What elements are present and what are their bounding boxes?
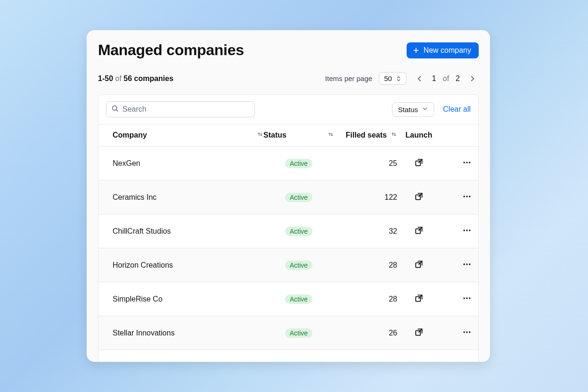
svg-point-11 [469, 196, 470, 197]
companies-table: Status Clear all Company Status [98, 94, 479, 362]
row-actions-button[interactable] [460, 224, 474, 238]
status-cell: Active [263, 159, 334, 168]
table-row: Horizon CreationsActive28 [98, 248, 478, 282]
actions-cell [441, 224, 479, 238]
external-link-icon [414, 294, 424, 304]
column-company[interactable]: Company [113, 131, 263, 139]
new-company-button[interactable]: New company [407, 42, 479, 58]
row-actions-button[interactable] [460, 258, 474, 272]
table-row: ChillCraft StudiosActive32 [98, 214, 478, 248]
actions-cell [441, 258, 479, 272]
main-panel: Managed companies New company 1-50 of 56… [87, 30, 490, 362]
column-filled-seats[interactable]: Filled seats [334, 131, 397, 139]
table-header: Company Status Filled seats Launch [98, 124, 478, 147]
row-actions-button[interactable] [460, 359, 474, 362]
row-actions-button[interactable] [460, 156, 474, 171]
search-icon [111, 105, 119, 114]
external-link-icon [414, 327, 424, 338]
svg-point-19 [469, 263, 470, 265]
svg-point-9 [464, 196, 465, 197]
svg-point-13 [464, 229, 465, 231]
filters-row: Status Clear all [98, 95, 478, 124]
actions-cell [441, 156, 479, 171]
search-box[interactable] [106, 101, 255, 117]
status-badge: Active [285, 227, 312, 236]
launch-cell [397, 326, 441, 340]
column-launch-label: Launch [406, 131, 433, 139]
more-horizontal-icon [462, 226, 472, 237]
status-cell: Active [263, 294, 334, 304]
column-filled-seats-label: Filled seats [346, 131, 387, 139]
sort-icon [391, 131, 397, 139]
current-page: 1 [432, 74, 436, 83]
launch-button[interactable] [412, 224, 425, 238]
chevron-down-icon [422, 106, 428, 114]
svg-point-18 [466, 263, 467, 265]
status-filter[interactable]: Status [392, 102, 435, 117]
launch-cell [397, 156, 441, 171]
launch-cell [397, 258, 441, 272]
external-link-icon [414, 192, 424, 203]
filled-seats: 26 [334, 329, 397, 337]
status-badge: Active [285, 193, 312, 202]
more-horizontal-icon [462, 192, 472, 203]
launch-button[interactable] [412, 156, 425, 171]
external-link-icon [414, 260, 424, 270]
external-link-icon [414, 226, 424, 237]
company-name: NexGen [113, 159, 263, 168]
column-launch: Launch [397, 131, 441, 139]
status-badge: Active [285, 294, 312, 304]
launch-button[interactable] [412, 326, 425, 340]
filled-seats: 28 [334, 261, 397, 270]
filled-seats: 28 [334, 295, 397, 303]
company-name: Ceramics Inc [113, 193, 263, 202]
row-actions-button[interactable] [460, 292, 474, 306]
total-pages: 2 [456, 74, 460, 83]
svg-point-21 [464, 297, 465, 299]
range-total: 56 companies [123, 74, 173, 82]
status-cell: Active [263, 227, 334, 236]
company-name: Stellar Innovations [113, 329, 263, 337]
status-badge: Active [285, 261, 312, 270]
svg-point-25 [464, 331, 465, 333]
search-input[interactable] [122, 105, 250, 114]
row-actions-button[interactable] [460, 326, 474, 340]
more-horizontal-icon [462, 260, 472, 270]
range-numbers: 1-50 [98, 74, 113, 82]
external-link-icon [414, 158, 424, 169]
items-per-page-select[interactable]: 50 [379, 72, 407, 85]
table-row: Simple Spark StudiosSuspended26 [98, 350, 478, 362]
result-range: 1-50 of 56 companies [98, 74, 173, 83]
svg-point-10 [466, 196, 467, 197]
table-row: Stellar InnovationsActive26 [98, 316, 478, 350]
row-actions-button[interactable] [460, 190, 474, 204]
column-status-label: Status [263, 131, 286, 139]
launch-cell [397, 224, 441, 238]
svg-point-14 [466, 229, 467, 231]
prev-page-button[interactable] [413, 73, 425, 85]
svg-point-17 [464, 263, 465, 265]
launch-button[interactable] [412, 258, 425, 272]
svg-line-3 [116, 110, 118, 111]
sort-icon [327, 131, 334, 139]
clear-all-button[interactable]: Clear all [443, 105, 471, 114]
svg-point-22 [466, 297, 467, 299]
more-horizontal-icon [462, 294, 472, 304]
more-horizontal-icon [462, 361, 472, 362]
launch-button[interactable] [412, 190, 425, 204]
more-horizontal-icon [462, 327, 472, 338]
launch-button[interactable] [412, 292, 425, 306]
pager: Items per page 50 1 of 2 [325, 72, 479, 85]
svg-point-15 [469, 229, 470, 231]
column-status[interactable]: Status [263, 131, 334, 139]
filled-seats: 25 [334, 159, 397, 168]
external-link-icon [414, 361, 424, 362]
plus-icon [412, 47, 420, 54]
filled-seats: 122 [334, 193, 397, 202]
launch-cell [397, 359, 441, 362]
svg-point-23 [469, 297, 470, 299]
table-row: SimpleRise CoActive28 [98, 282, 478, 316]
new-company-label: New company [424, 46, 471, 55]
launch-button[interactable] [412, 359, 425, 362]
next-page-button[interactable] [466, 73, 479, 85]
